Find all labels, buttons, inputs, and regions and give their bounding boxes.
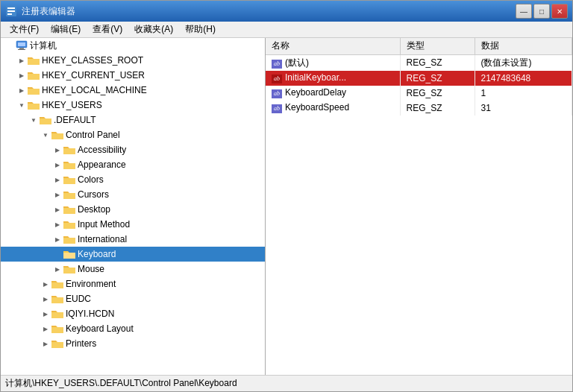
expander-colors[interactable]: ▶ (51, 174, 63, 186)
reg-type-icon: ab (272, 89, 282, 98)
folder-icon-eudc (51, 294, 63, 304)
table-row[interactable]: ab(默认)REG_SZ(数值未设置) (266, 54, 572, 71)
folder-icon-mouse (63, 264, 75, 274)
table-row[interactable]: abInitialKeyboar...REG_SZ2147483648 (266, 71, 572, 86)
tree-item-cursors[interactable]: ▶ Cursors (1, 187, 265, 202)
expander-input_method[interactable]: ▶ (51, 218, 63, 230)
minimize-button[interactable]: — (516, 4, 532, 19)
tree-label-international: International (78, 234, 127, 244)
menu-favorites[interactable]: 收藏夹(A) (128, 22, 179, 37)
menu-edit[interactable]: 编辑(E) (45, 22, 87, 37)
expander-desktop[interactable]: ▶ (51, 203, 63, 215)
expander-printers[interactable]: ▶ (40, 338, 51, 350)
table-row[interactable]: abKeyboardSpeedREG_SZ31 (266, 101, 572, 116)
tree-item-control_panel[interactable]: ▼ Control Panel (1, 127, 265, 142)
tree-item-keyboard_layout[interactable]: ▶ Keyboard Layout (1, 321, 265, 336)
tree-item-hku[interactable]: ▼ HKEY_USERS (1, 98, 265, 113)
app-icon (5, 5, 17, 17)
folder-icon-control_panel (51, 130, 63, 140)
tree-item-iqiyi[interactable]: ▶ IQIYI.HCDN (1, 306, 265, 321)
expander-hkcu[interactable]: ▶ (16, 69, 28, 81)
svg-rect-6 (19, 48, 24, 49)
tree-item-desktop[interactable]: ▶ Desktop (1, 202, 265, 217)
folder-icon-desktop (63, 204, 75, 215)
cell-name: abKeyboardDelay (266, 86, 400, 101)
tree-item-appearance[interactable]: ▶ Appearance (1, 157, 265, 172)
reg-type-icon: ab (272, 104, 282, 113)
folder-icon-environment (51, 279, 63, 289)
tree-label-computer: 计算机 (30, 39, 57, 52)
expander-mouse[interactable]: ▶ (51, 263, 63, 275)
cell-name: abInitialKeyboar... (266, 71, 400, 86)
expander-iqiyi[interactable]: ▶ (40, 308, 51, 320)
cell-data: 1 (475, 86, 572, 101)
content-area: 计算机▶ HKEY_CLASSES_ROOT▶ HKEY_CURRENT_USE… (1, 38, 572, 375)
expander-environment[interactable]: ▶ (40, 278, 51, 290)
col-type: 类型 (400, 38, 475, 54)
window-controls: — □ ✕ (516, 4, 568, 19)
folder-icon-iqiyi (51, 309, 63, 319)
menu-bar: 文件(F) 编辑(E) 查看(V) 收藏夹(A) 帮助(H) (1, 22, 572, 38)
expander-hkcr[interactable]: ▶ (16, 54, 28, 66)
tree-item-mouse[interactable]: ▶ Mouse (1, 262, 265, 276)
expander-international[interactable]: ▶ (51, 233, 63, 245)
expander-computer[interactable] (4, 39, 16, 51)
close-button[interactable]: ✕ (551, 4, 568, 19)
tree-item-colors[interactable]: ▶ Colors (1, 172, 265, 187)
cell-name: ab(默认) (266, 54, 400, 71)
tree-label-appearance: Appearance (78, 159, 126, 170)
expander-keyboard[interactable] (51, 248, 63, 260)
tree-label-printers: Printers (66, 338, 96, 349)
expander-control_panel[interactable]: ▼ (40, 129, 51, 141)
tree-label-keyboard_layout: Keyboard Layout (66, 323, 134, 334)
registry-tree: 计算机▶ HKEY_CLASSES_ROOT▶ HKEY_CURRENT_USE… (1, 38, 265, 351)
status-text: 计算机\HKEY_USERS\.DEFAULT\Control Panel\Ke… (5, 377, 237, 390)
svg-rect-1 (7, 7, 15, 9)
folder-icon-cursors (63, 189, 75, 200)
tree-label-default: .DEFAULT (54, 115, 96, 125)
expander-keyboard_layout[interactable]: ▶ (40, 323, 51, 335)
menu-file[interactable]: 文件(F) (4, 22, 45, 37)
expander-hku[interactable]: ▼ (16, 99, 28, 111)
tree-item-input_method[interactable]: ▶ Input Method (1, 217, 265, 232)
table-row[interactable]: abKeyboardDelayREG_SZ1 (266, 86, 572, 101)
tree-item-printers[interactable]: ▶ Printers (1, 336, 265, 351)
expander-default[interactable]: ▼ (28, 114, 40, 126)
col-data: 数据 (475, 38, 572, 54)
expander-hklm[interactable]: ▶ (16, 84, 28, 96)
tree-item-computer[interactable]: 计算机 (1, 38, 265, 53)
tree-item-accessibility[interactable]: ▶ Accessibility (1, 142, 265, 157)
expander-cursors[interactable]: ▶ (51, 189, 63, 200)
tree-item-eudc[interactable]: ▶ EUDC (1, 291, 265, 306)
tree-label-control_panel: Control Panel (66, 130, 120, 140)
folder-icon-default (40, 115, 51, 125)
svg-rect-3 (7, 13, 12, 15)
folder-icon-international (63, 234, 75, 244)
tree-item-environment[interactable]: ▶ Environment (1, 276, 265, 291)
tree-item-international[interactable]: ▶ International (1, 232, 265, 247)
menu-view[interactable]: 查看(V) (87, 22, 128, 37)
svg-rect-2 (7, 10, 15, 12)
tree-label-iqiyi: IQIYI.HCDN (66, 309, 114, 319)
expander-eudc[interactable]: ▶ (40, 293, 51, 305)
tree-label-colors: Colors (78, 174, 104, 185)
folder-icon-input_method (63, 219, 75, 230)
tree-item-hkcu[interactable]: ▶ HKEY_CURRENT_USER (1, 68, 265, 83)
tree-item-keyboard[interactable]: Keyboard (1, 247, 265, 262)
tree-pane[interactable]: 计算机▶ HKEY_CLASSES_ROOT▶ HKEY_CURRENT_USE… (1, 38, 266, 375)
svg-rect-5 (18, 42, 25, 46)
cell-data: (数值未设置) (475, 54, 572, 71)
tree-item-hklm[interactable]: ▶ HKEY_LOCAL_MACHINE (1, 83, 265, 98)
tree-label-desktop: Desktop (78, 204, 110, 215)
folder-icon-accessibility (63, 145, 75, 155)
restore-button[interactable]: □ (533, 4, 550, 19)
expander-accessibility[interactable]: ▶ (51, 144, 63, 156)
tree-item-default[interactable]: ▼ .DEFAULT (1, 113, 265, 127)
expander-appearance[interactable]: ▶ (51, 159, 63, 171)
registry-values: 名称 类型 数据 ab(默认)REG_SZ(数值未设置)abInitialKey… (266, 38, 572, 375)
tree-item-hkcr[interactable]: ▶ HKEY_CLASSES_ROOT (1, 53, 265, 68)
tree-label-environment: Environment (66, 279, 116, 289)
tree-label-eudc: EUDC (66, 294, 91, 304)
folder-icon-computer (16, 40, 28, 51)
menu-help[interactable]: 帮助(H) (179, 22, 222, 37)
